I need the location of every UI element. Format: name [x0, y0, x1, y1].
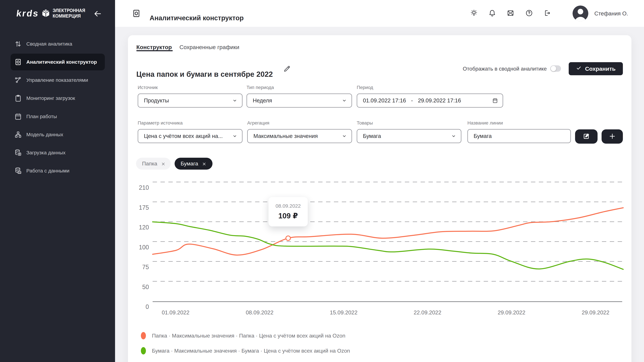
clipboard-icon	[14, 94, 22, 102]
sidebar-item-label: Работа с данными	[26, 168, 70, 174]
help-icon[interactable]	[525, 9, 533, 17]
logo-caption-line2: КОММЕРЦИЯ	[53, 13, 81, 18]
avatar[interactable]	[572, 5, 588, 21]
goods-select-value: Бумага	[363, 133, 381, 139]
sidebar-item-share-nodes[interactable]: Управление показателями	[10, 72, 105, 88]
sidebar-collapse-button[interactable]	[93, 9, 102, 18]
chevron-down-icon	[232, 98, 237, 103]
close-icon[interactable]	[161, 161, 166, 166]
db-sql-icon: SQL	[14, 167, 22, 175]
sidebar-item-label: Модель данных	[26, 132, 63, 137]
sidebar-item-db-upload[interactable]: Загрузка данных	[10, 144, 105, 161]
header: Аналитический конструктор Стефания О.	[115, 0, 644, 27]
field-goods: Товары Бумага	[357, 120, 461, 143]
legend-dot-bumaga	[141, 347, 146, 355]
logo-caption: ЭЛЕКТРОННАЯ КОММЕРЦИЯ	[53, 8, 85, 19]
notifications-icon[interactable]	[488, 9, 496, 17]
field-source: Источник Продукты	[138, 85, 242, 108]
org-chart-icon	[14, 131, 22, 138]
sidebar-item-org-chart[interactable]: Модель данных	[10, 126, 105, 143]
logo-krds-text: krds	[16, 8, 40, 18]
constructor-frame-icon	[132, 8, 141, 19]
sidebar-item-label: Сводная аналитика	[26, 41, 72, 47]
sidebar-item-label: Управление показателями	[26, 77, 88, 83]
db-upload-icon	[14, 149, 22, 157]
field-line-name: Название линии	[468, 120, 571, 143]
idea-icon[interactable]	[470, 9, 478, 17]
legend-label-papka: Папка · Максимальные значения · Папка · …	[152, 333, 345, 339]
tooltip-value: 109 ₽	[268, 212, 308, 220]
sidebar-item-label: План работы	[26, 114, 57, 119]
period-range-input[interactable]: 01.09.2022 17:16 - 29.09.2022 17:16	[357, 93, 503, 108]
legend-label-bumaga: Бумага · Максимальные значения · Бумага …	[152, 348, 350, 354]
chevron-down-icon	[342, 134, 347, 139]
sidebar: krds ЭЛЕКТРОННАЯ КОММЕРЦИЯ Сводная анали…	[0, 0, 115, 362]
sidebar-item-label: Мониторинг загрузок	[26, 95, 75, 101]
source-select[interactable]: Продукты	[138, 93, 242, 108]
aggregation-select[interactable]: Максимальные значения	[247, 129, 352, 143]
sidebar-item-swap-arrows[interactable]: Сводная аналитика	[10, 35, 105, 52]
field-source-label: Источник	[138, 85, 242, 90]
tab-saved-charts[interactable]: Сохраненные графики	[180, 44, 239, 50]
sidebar-item-frame-circle[interactable]: Аналитический конструктор	[10, 54, 105, 70]
logo-cube-icon	[41, 9, 50, 18]
show-in-summary-toggle[interactable]	[550, 65, 561, 72]
frame-circle-icon	[14, 58, 22, 66]
period-separator: -	[411, 97, 413, 104]
sidebar-item-label: Загрузка данных	[26, 150, 66, 156]
sidebar-item-calendar[interactable]: План работы	[10, 108, 105, 125]
aggregation-select-value: Максимальные значения	[254, 133, 318, 139]
mail-icon[interactable]	[507, 9, 514, 17]
period-type-select[interactable]: Неделя	[246, 93, 352, 108]
toggle-knob	[551, 66, 556, 71]
field-period: Период 01.09.2022 17:16 - 29.09.2022 17:…	[357, 85, 503, 108]
goods-select[interactable]: Бумага	[357, 129, 461, 143]
app: krds ЭЛЕКТРОННАЯ КОММЕРЦИЯ Сводная анали…	[0, 0, 644, 362]
field-period-type-label: Тип периода	[246, 85, 352, 90]
tag-papka-label: Папка	[142, 161, 157, 167]
field-goods-label: Товары	[357, 120, 461, 126]
logo: krds ЭЛЕКТРОННАЯ КОММЕРЦИЯ	[16, 8, 90, 19]
sidebar-item-label: Аналитический конструктор	[26, 59, 97, 65]
plus-icon	[608, 132, 616, 141]
add-line-button[interactable]	[602, 129, 623, 144]
field-aggregation: Агрегация Максимальные значения	[247, 120, 352, 143]
period-start-value: 01.09.2022 17:16	[363, 97, 406, 104]
page-title: Аналитический конструктор	[150, 14, 244, 22]
edit-title-button[interactable]	[283, 65, 291, 73]
tag-bumaga-label: Бумага	[180, 161, 198, 167]
field-source-param: Параметр источника Цена с учётом всех ак…	[138, 120, 242, 143]
field-source-param-label: Параметр источника	[138, 120, 242, 126]
tag-papka[interactable]: Папка	[136, 158, 171, 170]
sidebar-item-db-sql[interactable]: SQLРабота с данными	[10, 162, 105, 179]
logout-icon[interactable]	[544, 9, 551, 17]
chart-tooltip: 08.09.2022 109 ₽	[268, 197, 308, 226]
source-param-select[interactable]: Цена с учётом всех акций на...	[138, 129, 242, 143]
chevron-down-icon	[232, 134, 237, 139]
field-aggregation-label: Агрегация	[247, 120, 352, 126]
back-arrow-icon	[93, 16, 102, 18]
period-type-select-value: Неделя	[253, 97, 272, 104]
tab-constructor[interactable]: Конструктор	[136, 44, 172, 50]
person-icon	[572, 5, 588, 21]
edit-line-button[interactable]	[575, 129, 598, 144]
tag-bumaga[interactable]: Бумага	[174, 158, 212, 170]
calendar-icon[interactable]	[492, 98, 498, 103]
source-select-value: Продукты	[144, 97, 169, 104]
legend-item-papka: Папка · Максимальные значения · Папка · …	[141, 332, 345, 339]
logo-caption-line1: ЭЛЕКТРОННАЯ	[53, 8, 85, 13]
chart-title: Цена папок и бумаги в сентябре 2022	[136, 70, 273, 79]
source-param-select-value: Цена с учётом всех акций на...	[144, 133, 223, 139]
swap-arrows-icon	[14, 40, 22, 48]
chevron-down-icon	[342, 98, 347, 103]
close-icon[interactable]	[202, 161, 206, 166]
legend-item-bumaga: Бумага · Максимальные значения · Бумага …	[141, 347, 350, 355]
share-nodes-icon	[14, 76, 22, 84]
pencil-icon	[283, 71, 291, 73]
field-line-name-label: Название линии	[468, 120, 571, 126]
save-button[interactable]: Сохранить	[569, 62, 623, 75]
period-end-value: 29.09.2022 17:16	[418, 97, 461, 104]
sidebar-item-clipboard[interactable]: Мониторинг загрузок	[10, 90, 105, 107]
check-icon	[576, 65, 582, 72]
line-name-input[interactable]	[468, 129, 571, 143]
